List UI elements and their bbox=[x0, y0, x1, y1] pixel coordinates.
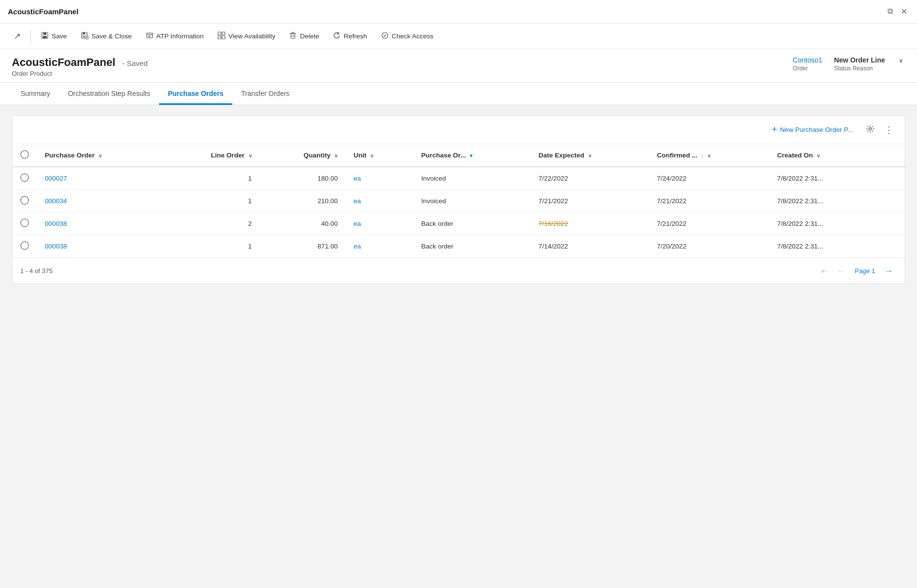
unit-link-3[interactable]: ea bbox=[353, 243, 361, 250]
check-access-button[interactable]: Check Access bbox=[375, 29, 440, 44]
close-icon[interactable]: ✕ bbox=[899, 5, 909, 18]
qty-sort-icon: ∨ bbox=[334, 153, 338, 158]
refresh-icon bbox=[333, 31, 341, 41]
order-field: Contoso1 Order bbox=[793, 56, 822, 72]
pagination: 1 - 4 of 375 ⇤ ← Page 1 → bbox=[12, 258, 905, 283]
po-link-3[interactable]: 000038 bbox=[45, 243, 67, 250]
unit-link-0[interactable]: ea bbox=[353, 175, 361, 182]
row-created-1: 7/8/2022 2:31... bbox=[769, 190, 905, 213]
view-availability-label: View Availability bbox=[228, 32, 276, 40]
confirmed-sort-icon2: ∨ bbox=[707, 153, 711, 158]
status-reason-field: New Order Line Status Reason bbox=[834, 56, 885, 72]
status-reason-value: New Order Line bbox=[834, 56, 885, 64]
purchase-orders-table: Purchase Order ∨ Line Order ∨ Quantity ∨… bbox=[12, 144, 905, 258]
table-toolbar: + New Purchase Order P... ⋮ bbox=[12, 116, 905, 144]
tab-summary[interactable]: Summary bbox=[12, 83, 59, 105]
refresh-button[interactable]: Refresh bbox=[327, 29, 373, 44]
refresh-label: Refresh bbox=[344, 32, 367, 40]
svg-point-24 bbox=[869, 127, 872, 130]
row-status-0: Invoiced bbox=[413, 167, 531, 190]
form-title-section: AcousticFoamPanel - Saved Order Product bbox=[12, 56, 148, 77]
col-unit[interactable]: Unit ∨ bbox=[346, 144, 413, 167]
atp-info-button[interactable]: ATP Information bbox=[140, 29, 210, 44]
col-created-on[interactable]: Created On ∨ bbox=[769, 144, 905, 167]
unit-link-2[interactable]: ea bbox=[353, 220, 361, 227]
svg-rect-1 bbox=[43, 32, 46, 35]
check-access-label: Check Access bbox=[392, 32, 434, 40]
status-filter-icon[interactable]: ▼ bbox=[469, 153, 474, 158]
order-value[interactable]: Contoso1 bbox=[793, 56, 822, 64]
view-availability-button[interactable]: View Availability bbox=[212, 29, 282, 44]
row-date-1: 7/21/2022 bbox=[531, 190, 649, 213]
row-created-0: 7/8/2022 2:31... bbox=[769, 167, 905, 190]
col-quantity[interactable]: Quantity ∨ bbox=[260, 144, 346, 167]
po-link-1[interactable]: 000034 bbox=[45, 197, 67, 205]
col-line-order[interactable]: Line Order ∨ bbox=[162, 144, 260, 167]
confirmed-sort-icon: ↓ bbox=[701, 153, 704, 158]
row-status-2: Back order bbox=[413, 213, 531, 235]
open-external-button[interactable]: ↗ bbox=[8, 28, 27, 44]
svg-rect-4 bbox=[83, 32, 85, 34]
atp-info-label: ATP Information bbox=[157, 32, 204, 40]
save-button[interactable]: Save bbox=[35, 29, 73, 44]
date-sort-icon: ∨ bbox=[588, 153, 592, 158]
tab-transfer-orders[interactable]: Transfer Orders bbox=[232, 83, 298, 105]
save-icon bbox=[41, 31, 49, 41]
delete-button[interactable]: Delete bbox=[283, 29, 325, 44]
first-page-button[interactable]: ⇤ bbox=[817, 264, 831, 278]
row-checkbox-3[interactable] bbox=[20, 241, 29, 250]
row-unit-3: ea bbox=[346, 235, 413, 258]
row-date-2: 7/16/2022 bbox=[531, 213, 649, 235]
table-more-icon[interactable]: ⋮ bbox=[882, 123, 897, 137]
row-checkbox-1[interactable] bbox=[20, 196, 29, 205]
save-label: Save bbox=[52, 32, 67, 40]
table-row: 000038 2 40.00 ea Back order 7/16/2022 7… bbox=[12, 213, 905, 235]
row-unit-2: ea bbox=[346, 213, 413, 235]
svg-rect-18 bbox=[291, 33, 295, 38]
table-settings-icon[interactable] bbox=[863, 123, 878, 137]
save-close-button[interactable]: Save & Close bbox=[75, 29, 138, 44]
new-po-label: New Purchase Order P... bbox=[780, 126, 853, 133]
toolbar-divider-1 bbox=[31, 30, 31, 43]
row-checkbox-cell-1 bbox=[12, 190, 37, 213]
row-created-3: 7/8/2022 2:31... bbox=[769, 235, 905, 258]
select-all-checkbox[interactable] bbox=[20, 150, 29, 159]
prev-page-button[interactable]: ← bbox=[833, 265, 849, 278]
row-po-1: 000034 bbox=[37, 190, 162, 213]
row-line-3: 1 bbox=[162, 235, 260, 258]
save-close-icon bbox=[81, 31, 89, 41]
unit-link-1[interactable]: ea bbox=[353, 197, 361, 205]
title-bar: AcousticFoamPanel ⧉ ✕ bbox=[0, 0, 917, 24]
svg-rect-16 bbox=[218, 36, 221, 39]
table-row: 000034 1 210.00 ea Invoiced 7/21/2022 7/… bbox=[12, 190, 905, 213]
form-header: AcousticFoamPanel - Saved Order Product … bbox=[0, 49, 917, 83]
row-line-0: 1 bbox=[162, 167, 260, 190]
po-sort-icon: ∨ bbox=[98, 153, 102, 158]
po-link-0[interactable]: 000027 bbox=[45, 175, 67, 182]
tab-orchestration[interactable]: Orchestration Step Results bbox=[59, 83, 159, 105]
row-checkbox-2[interactable] bbox=[20, 218, 29, 227]
po-link-2[interactable]: 000038 bbox=[45, 220, 67, 227]
toolbar: ↗ Save Save & Close ATP Information View… bbox=[0, 24, 917, 49]
svg-rect-14 bbox=[218, 32, 221, 35]
row-date-3: 7/14/2022 bbox=[531, 235, 649, 258]
row-checkbox-cell-2 bbox=[12, 213, 37, 235]
row-checkbox-0[interactable] bbox=[20, 173, 29, 182]
check-access-icon bbox=[381, 31, 389, 41]
form-header-right: Contoso1 Order New Order Line Status Rea… bbox=[793, 56, 905, 72]
col-po-status[interactable]: Purchase Or... ▼ bbox=[413, 144, 531, 167]
next-page-button[interactable]: → bbox=[881, 265, 897, 278]
svg-point-23 bbox=[382, 32, 388, 38]
row-qty-1: 210.00 bbox=[260, 190, 346, 213]
title-bar-controls: ⧉ ✕ bbox=[885, 5, 909, 18]
tab-purchase-orders[interactable]: Purchase Orders bbox=[159, 83, 232, 105]
col-confirmed[interactable]: Confirmed ... ↓ ∨ bbox=[649, 144, 769, 167]
header-dropdown-arrow[interactable]: ∨ bbox=[897, 56, 905, 65]
new-purchase-order-button[interactable]: + New Purchase Order P... bbox=[766, 122, 859, 138]
restore-icon[interactable]: ⧉ bbox=[885, 5, 895, 18]
pagination-controls: ⇤ ← Page 1 → bbox=[817, 264, 897, 278]
tabs: Summary Orchestration Step Results Purch… bbox=[0, 83, 917, 105]
row-po-0: 000027 bbox=[37, 167, 162, 190]
col-purchase-order[interactable]: Purchase Order ∨ bbox=[37, 144, 162, 167]
col-date-expected[interactable]: Date Expected ∨ bbox=[531, 144, 649, 167]
